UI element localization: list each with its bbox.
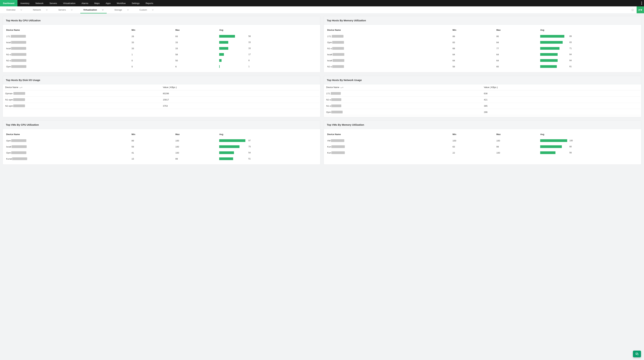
device-cell[interactable]: Kun	[327, 151, 450, 154]
panel-hosts-disk: Top Hosts By Disk I/O Usage Device Name▲…	[3, 76, 320, 117]
device-cell[interactable]: local	[6, 41, 129, 44]
col-avg[interactable]: Avg	[539, 26, 639, 33]
col-min[interactable]: Min	[451, 26, 495, 33]
table-row[interactable]: 172.638	[325, 90, 640, 97]
device-cell[interactable]: Opm	[6, 65, 129, 68]
col-max[interactable]: Max	[495, 26, 539, 33]
table-row[interactable]: Opm838483	[326, 39, 639, 45]
device-cell[interactable]: N2-o	[326, 98, 481, 101]
subtab-overview[interactable]: Overview	[3, 6, 25, 13]
topnav-item-inventory[interactable]: Inventory	[18, 0, 32, 6]
subtab-custom[interactable]: Custom	[136, 6, 157, 13]
table-row[interactable]: N1-o15817	[5, 51, 318, 57]
table-row[interactable]: N1-opm15817	[4, 97, 319, 103]
subtab-storage[interactable]: Storage	[111, 6, 132, 13]
topnav-item-virtualization[interactable]: Virtualization	[60, 0, 78, 6]
table-row[interactable]: locall646464	[326, 51, 639, 57]
table-row[interactable]: locall5910075	[5, 144, 318, 150]
col-min[interactable]: Min	[451, 131, 495, 138]
col-device[interactable]: Device Name▲▼	[325, 84, 482, 90]
table-row[interactable]: Opm061	[5, 64, 318, 70]
table-row[interactable]: Kun639980	[326, 144, 639, 150]
topnav-item-maps[interactable]: Maps	[92, 0, 103, 6]
table-row[interactable]: Kunal159951	[5, 156, 318, 162]
table-row[interactable]: N1-o687771	[326, 45, 639, 51]
table-row[interactable]: Opm4110054	[5, 150, 318, 156]
table-row[interactable]: Opm8910097	[5, 138, 318, 144]
table-row[interactable]: N2-o586561	[326, 64, 639, 70]
sort-icon[interactable]: ▲▼	[340, 87, 344, 88]
table-row[interactable]: Opm286	[325, 109, 640, 115]
subtab-servers[interactable]: Servers	[55, 6, 76, 13]
device-cell[interactable]: Opm	[327, 41, 450, 44]
table-row[interactable]: locall646464	[326, 57, 639, 64]
col-min[interactable]: Min	[130, 131, 174, 138]
col-device[interactable]: Device Name	[326, 131, 451, 138]
table-row[interactable]: N2-o0508	[5, 57, 318, 64]
table-row[interactable]: Kun2210056	[326, 150, 639, 156]
device-cell[interactable]: locall	[327, 59, 450, 62]
table-row[interactable]: 172.269358	[5, 33, 318, 39]
avg-bar	[219, 59, 246, 62]
subtab-network[interactable]: Network	[30, 6, 51, 13]
device-cell[interactable]: 172.	[326, 92, 481, 95]
device-cell[interactable]: Kun	[327, 145, 450, 148]
topnav-item-servers[interactable]: Servers	[46, 0, 60, 6]
table-row[interactable]: 172.899589	[326, 33, 639, 39]
device-cell[interactable]: N2-opm	[5, 104, 160, 107]
topnav-item-reports[interactable]: Reports	[142, 0, 156, 6]
col-avg[interactable]: Avg	[218, 131, 318, 138]
col-avg[interactable]: Avg	[218, 26, 318, 33]
add-widget-button[interactable]	[636, 6, 644, 13]
device-cell[interactable]: Opm	[326, 111, 481, 113]
col-device[interactable]: Device Name▲▼	[4, 84, 162, 90]
topnav-item-settings[interactable]: Settings	[129, 0, 142, 6]
table-row[interactable]: N2-o421	[325, 97, 640, 103]
topnav-item-alarms[interactable]: Alarms	[78, 0, 91, 6]
table-row[interactable]: Opman-80298	[4, 90, 319, 97]
avg-value: 97	[248, 139, 253, 142]
col-device[interactable]: Device Name	[5, 131, 130, 138]
col-max[interactable]: Max	[174, 131, 218, 138]
device-cell[interactable]: N1-o	[6, 53, 129, 56]
cell-max: 100	[495, 138, 539, 144]
device-cell[interactable]: Opman-	[5, 92, 160, 95]
panel-hosts-net: Top Hosts By Network Usage Device Name▲▼…	[324, 76, 641, 117]
device-cell[interactable]: N1-opm	[5, 98, 160, 101]
topnav-item-apps[interactable]: Apps	[103, 0, 114, 6]
device-cell[interactable]: 172.	[327, 35, 450, 38]
device-cell[interactable]: locall	[327, 53, 450, 56]
device-cell[interactable]: VM	[327, 139, 450, 142]
device-cell[interactable]: Kunal	[6, 157, 129, 160]
table-row[interactable]: N1-o385	[325, 103, 640, 109]
table-row[interactable]: VM100100100	[326, 138, 639, 144]
favorite-icon[interactable]	[630, 6, 635, 13]
device-cell[interactable]: N1-o	[326, 104, 481, 107]
device-cell[interactable]: Opm	[6, 151, 129, 154]
col-max[interactable]: Max	[495, 131, 539, 138]
topnav-item-network[interactable]: Network	[32, 0, 46, 6]
sort-icon[interactable]: ▲▼	[19, 87, 23, 88]
col-avg[interactable]: Avg	[539, 131, 639, 138]
col-max[interactable]: Max	[174, 26, 218, 33]
table-row[interactable]: local333333	[5, 45, 318, 51]
device-cell[interactable]: locall	[6, 145, 129, 148]
col-min[interactable]: Min	[130, 26, 174, 33]
kebab-menu-icon[interactable]	[639, 0, 644, 6]
device-mask	[11, 59, 26, 62]
col-value[interactable]: Value ( KBps )	[162, 84, 319, 90]
device-cell[interactable]: 172.	[6, 35, 129, 38]
col-value[interactable]: Value ( KBps )	[482, 84, 640, 90]
device-cell[interactable]: N2-o	[6, 59, 129, 62]
device-cell[interactable]: Opm	[6, 139, 129, 142]
table-row[interactable]: local333333	[5, 39, 318, 45]
topnav-item-dashboard[interactable]: Dashboard	[0, 0, 18, 6]
subtab-virtualization[interactable]: Virtualization	[80, 6, 107, 13]
device-cell[interactable]: N1-o	[327, 47, 450, 50]
table-row[interactable]: N2-opm3753	[4, 103, 319, 109]
col-device[interactable]: Device Name	[5, 26, 130, 33]
topnav-item-workflow[interactable]: Workflow	[114, 0, 129, 6]
col-device[interactable]: Device Name	[326, 26, 451, 33]
device-cell[interactable]: N2-o	[327, 65, 450, 68]
device-cell[interactable]: local	[6, 47, 129, 50]
